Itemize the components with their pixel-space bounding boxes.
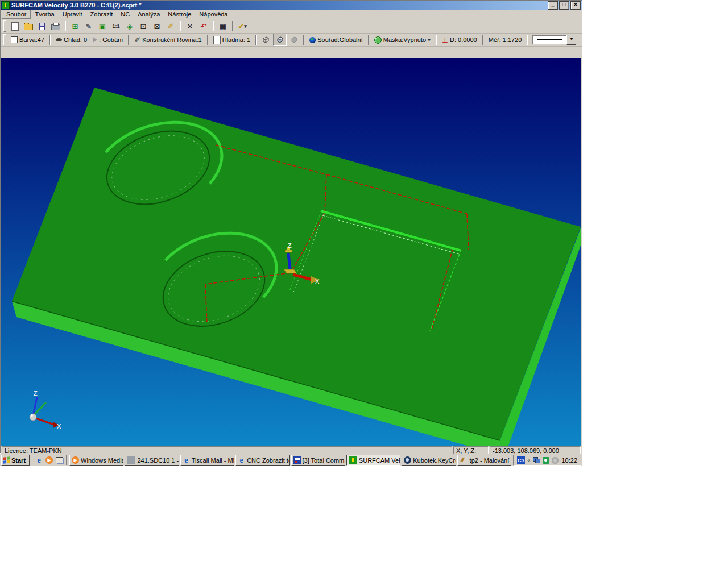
toolbar-separator	[128, 35, 129, 45]
eye-icon	[56, 38, 62, 41]
toolbar-separator	[232, 21, 233, 31]
zoom-previous-icon: 1:1	[112, 23, 119, 29]
world-x-label: X	[57, 423, 61, 430]
menu-tvorba[interactable]: Tvorba	[31, 10, 58, 18]
depth-icon: ⊥	[442, 36, 448, 44]
coolant-label: Chlad: 0	[64, 36, 87, 43]
mask-label: Maska:Vypnuto	[383, 36, 426, 43]
toolbar-dock-area	[1, 47, 582, 58]
zoom-extents-icon: ▣	[99, 23, 106, 30]
start-button[interactable]: Start	[1, 455, 30, 466]
menu-napoveda[interactable]: Nápověda	[195, 10, 231, 18]
layer-button[interactable]: Hladina: 1	[210, 35, 254, 45]
coordinate-system-button[interactable]: Souřad:Globální	[307, 35, 366, 44]
print-button[interactable]	[49, 20, 62, 32]
minimize-button[interactable]: _	[548, 1, 558, 10]
save-button[interactable]	[36, 20, 48, 32]
network-tray-icon[interactable]	[533, 457, 540, 463]
toolbar-separator	[303, 35, 304, 45]
viewport-swap-button[interactable]: ⊡	[137, 20, 150, 32]
zoom-previous-button[interactable]: 1:1	[110, 20, 122, 32]
coords-label: Souřad:Globální	[317, 36, 363, 43]
new-file-button[interactable]	[9, 20, 21, 32]
keycreator-icon	[404, 456, 411, 464]
mask-button[interactable]: Maska:Vypnuto ▾	[371, 35, 433, 45]
undo-button[interactable]: ↶	[197, 20, 210, 32]
repaint-brush-icon: ✐	[168, 23, 174, 30]
surfcam-icon	[349, 456, 357, 464]
zoom-edit-icon: ✎	[86, 23, 92, 30]
task-paint[interactable]: tp2 - Malování	[457, 455, 511, 466]
viewport-swap-icon: ⊡	[140, 23, 147, 30]
task-total-commander[interactable]: [3] Total Comma...	[291, 455, 345, 466]
zoom-edit-button[interactable]: ✎	[82, 20, 95, 32]
media-player-icon[interactable]: ▶	[45, 456, 53, 464]
depth-button[interactable]: ⊥ D: 0.0000	[439, 35, 480, 45]
verify-check-icon: ✔	[238, 23, 244, 30]
task-keycreator[interactable]: Kubotek.KeyCrea...	[402, 455, 456, 466]
messenger-tray-icon[interactable]	[543, 457, 549, 464]
new-file-icon	[11, 22, 19, 31]
color-button[interactable]: Barva:47	[8, 35, 47, 44]
internet-explorer-icon[interactable]: e	[35, 456, 43, 464]
main-toolbar: ⊞ ✎ ▣ 1:1 ◈ ⊡ ⊠ ✐ ✕ ↶ ▦ ✔▾	[1, 19, 582, 34]
machine-icon	[127, 456, 135, 464]
shaded-view-button[interactable]	[273, 34, 287, 46]
mode-button[interactable]: : Gobání	[90, 35, 126, 44]
window-controls: _ □ ✕	[548, 1, 581, 10]
wireframe-view-button[interactable]	[259, 34, 272, 45]
verify-button[interactable]: ✔▾	[236, 20, 249, 32]
color-swatch	[11, 36, 18, 43]
scale-button[interactable]: Měř: 1:1720	[486, 35, 525, 44]
language-indicator[interactable]: CS	[517, 456, 525, 464]
task-surfcam[interactable]: SURFCAM Velo...	[346, 455, 400, 466]
zoom-window-icon: ⊞	[72, 23, 78, 30]
task-media-player[interactable]: ▶Windows Media P...	[69, 455, 123, 466]
menu-soubor[interactable]: Soubor	[2, 10, 31, 19]
delete-button[interactable]: ✕	[184, 20, 196, 32]
scale-label: Měř: 1:1720	[489, 36, 522, 43]
toolbar-grip[interactable]	[3, 34, 6, 45]
coolant-button[interactable]: Chlad: 0	[53, 35, 90, 44]
zoom-extents-button[interactable]: ▣	[96, 20, 109, 32]
tray-chevron-icon[interactable]: «	[527, 457, 531, 463]
pan-icon: ◈	[127, 23, 133, 30]
maximize-button[interactable]: □	[559, 1, 569, 10]
repaint-button[interactable]: ✐	[164, 20, 177, 32]
paint-icon	[460, 456, 468, 464]
close-button[interactable]: ✕	[570, 1, 581, 10]
axis-z-label: Z	[288, 242, 292, 249]
dim-cube-icon	[290, 36, 298, 44]
menu-analyza[interactable]: Analýza	[134, 10, 164, 18]
toolbar-grip[interactable]	[3, 20, 6, 32]
show-desktop-icon[interactable]	[55, 456, 64, 464]
line-style-combo[interactable]: ▼	[532, 35, 576, 45]
menu-zobrazit[interactable]: Zobrazit	[86, 10, 117, 18]
viewport-swap-2-button[interactable]: ⊠	[151, 20, 163, 32]
menu-upravit[interactable]: Upravit	[59, 10, 86, 18]
toolbar-separator	[49, 35, 51, 45]
pan-button[interactable]: ◈	[123, 20, 136, 32]
task-tiscali-mail[interactable]: eTiscali Mail - Micr...	[180, 455, 234, 466]
hidden-view-button[interactable]	[288, 34, 300, 45]
toolbar-separator	[255, 35, 257, 45]
volume-tray-icon[interactable]	[552, 457, 559, 464]
toolbar-separator	[65, 21, 66, 31]
zoom-window-button[interactable]: ⊞	[69, 20, 81, 32]
combo-dropdown-icon[interactable]: ▼	[566, 35, 576, 45]
media-player-icon: ▶	[72, 456, 79, 464]
viewport-layout-button[interactable]: ▦	[217, 20, 229, 32]
menu-nastroje[interactable]: Nástroje	[164, 10, 195, 18]
world-z-label: Z	[34, 390, 38, 397]
cplane-label: Konstrukční Rovina:1	[142, 36, 202, 43]
menu-nc[interactable]: NC	[117, 10, 134, 18]
windows-logo-icon	[3, 456, 10, 464]
layer-icon	[213, 36, 221, 44]
viewport-3d[interactable]: Z X Z X	[1, 58, 581, 446]
globe-icon	[309, 37, 316, 43]
task-cnc-zobrazit[interactable]: eCNC Zobrazit té...	[235, 455, 289, 466]
construction-plane-button[interactable]: ✐ Konstrukční Rovina:1	[131, 35, 204, 45]
task-sdc10[interactable]: 241.SDC10 1 - T...	[125, 455, 179, 466]
system-tray: CS « 10:22	[513, 455, 581, 466]
open-file-button[interactable]	[22, 20, 35, 32]
